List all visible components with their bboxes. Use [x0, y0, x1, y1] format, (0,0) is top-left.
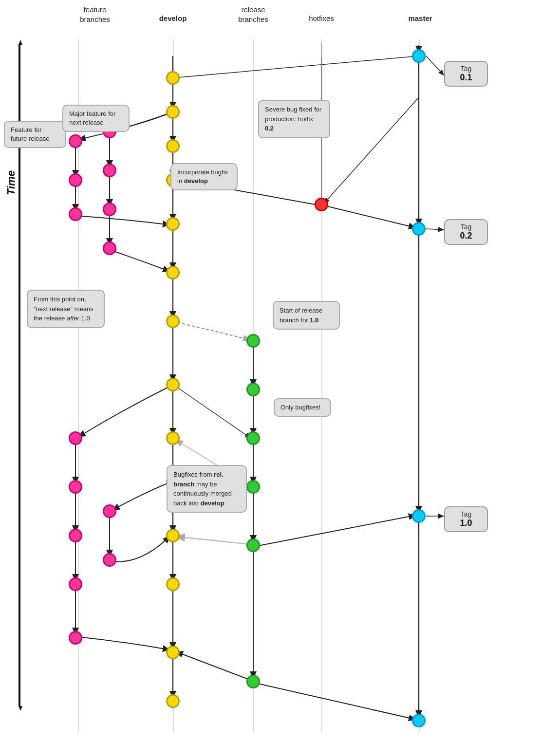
- node-hotfix-1: [315, 198, 328, 211]
- node-feature2-b: [103, 164, 116, 177]
- node-feature2-d: [103, 241, 116, 255]
- node-master-3: [412, 509, 426, 523]
- col-header-master: master: [393, 14, 447, 23]
- node-develop-5: [166, 217, 180, 231]
- node-feature1-b: [69, 173, 82, 187]
- lane-master: [419, 39, 420, 732]
- node-develop-6: [166, 266, 180, 279]
- node-feature1-f: [69, 529, 82, 542]
- tag-10: Tag 1.0: [444, 506, 488, 532]
- col-header-develop: develop: [146, 14, 200, 23]
- node-develop-13: [166, 646, 180, 659]
- col-header-hotfixes: hotfixes: [295, 14, 348, 23]
- node-release-3: [246, 431, 260, 445]
- time-label: Time: [5, 170, 18, 195]
- svg-marker-4: [19, 706, 22, 711]
- node-master-1: [412, 49, 426, 63]
- callout-from-this-point: From this point on, "next release" means…: [27, 290, 105, 328]
- node-feature1-g: [69, 577, 82, 591]
- callout-feature-future: Feature for future release: [4, 121, 66, 148]
- callout-major-feature: Major feature for next release: [62, 105, 130, 132]
- node-develop-3: [166, 139, 180, 153]
- node-develop-12: [166, 577, 180, 591]
- node-develop-9: [166, 431, 180, 445]
- node-feature1-a: [69, 134, 82, 148]
- node-master-4: [412, 714, 426, 727]
- node-feature2-c: [103, 203, 116, 216]
- svg-line-39: [173, 321, 251, 340]
- lane-hotfixes: [321, 39, 322, 732]
- node-release-2: [246, 383, 260, 396]
- svg-line-41: [426, 56, 444, 75]
- tag-01: Tag 0.1: [444, 61, 488, 87]
- diagram-container: Time feature branches develop release br…: [0, 0, 560, 742]
- callout-incorporate-bugfix: Incorporate bugfix in develop: [170, 163, 238, 190]
- node-master-2: [412, 222, 426, 236]
- node-release-1: [246, 334, 260, 348]
- node-feature2-e: [103, 504, 116, 518]
- node-feature1-h: [69, 631, 82, 645]
- node-develop-8: [166, 378, 180, 391]
- svg-line-42: [426, 229, 444, 230]
- node-release-4: [246, 480, 260, 494]
- col-header-feature: feature branches: [63, 5, 127, 24]
- node-feature1-c: [69, 207, 82, 221]
- node-develop-7: [166, 315, 180, 328]
- node-develop-14: [166, 694, 180, 708]
- node-develop-11: [166, 529, 180, 542]
- node-feature2-f: [103, 553, 116, 567]
- node-develop-2: [166, 105, 180, 119]
- callout-bugfixes-merged: Bugfixes from rel. branch may be continu…: [167, 465, 247, 513]
- callout-only-bugfixes: Only bugfixes!: [274, 398, 331, 417]
- node-feature1-d: [69, 431, 82, 445]
- node-develop-1: [166, 71, 180, 85]
- callout-start-release: Start of release branch for 1.0: [273, 301, 340, 330]
- node-release-5: [246, 538, 260, 552]
- node-feature1-e: [69, 480, 82, 494]
- callout-severe-bug: Severe bug fixed for production: hotfix …: [258, 100, 330, 138]
- tag-02: Tag 0.2: [444, 219, 488, 245]
- node-release-6: [246, 675, 260, 688]
- col-header-release: release branches: [222, 5, 285, 24]
